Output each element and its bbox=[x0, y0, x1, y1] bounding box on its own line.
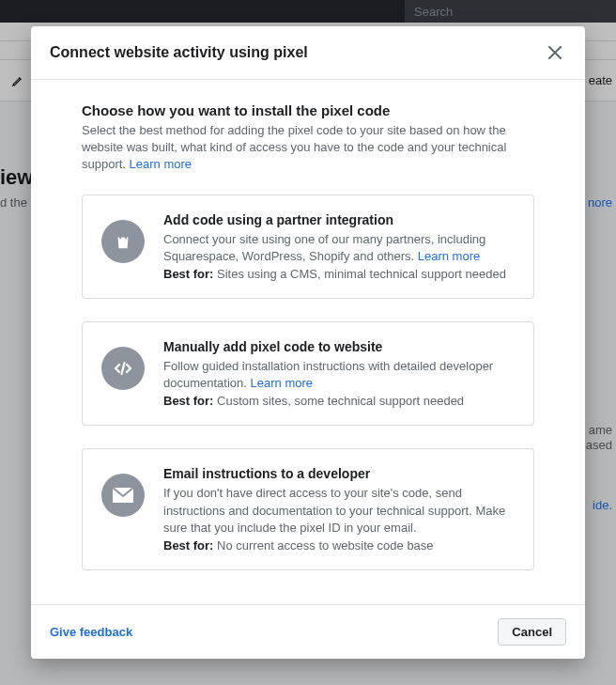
bestfor-label: Best for: bbox=[163, 267, 213, 281]
learn-more-link[interactable]: Learn more bbox=[418, 249, 480, 263]
modal-footer: Give feedback Cancel bbox=[31, 604, 585, 659]
code-icon bbox=[101, 347, 145, 390]
bestfor-text: No current access to website code base bbox=[213, 538, 433, 553]
section-heading: Choose how you want to install the pixel… bbox=[82, 102, 534, 118]
option-title: Add code using a partner integration bbox=[163, 212, 515, 227]
bestfor-label: Best for: bbox=[163, 394, 213, 408]
option-description: If you don't have direct access to your … bbox=[163, 485, 515, 537]
modal-title: Connect website activity using pixel bbox=[50, 44, 544, 61]
modal-dialog: Connect website activity using pixel Cho… bbox=[31, 26, 585, 659]
email-icon bbox=[101, 474, 145, 517]
close-button[interactable] bbox=[544, 41, 566, 64]
shopping-bag-icon bbox=[101, 220, 145, 263]
option-bestfor: Best for: No current access to website c… bbox=[163, 538, 515, 553]
modal-header: Connect website activity using pixel bbox=[31, 26, 585, 80]
bestfor-text: Custom sites, some technical support nee… bbox=[213, 394, 464, 408]
bestfor-text: Sites using a CMS, minimal technical sup… bbox=[213, 267, 505, 281]
option-partner-integration[interactable]: Add code using a partner integration Con… bbox=[82, 195, 534, 299]
option-manual-code[interactable]: Manually add pixel code to website Follo… bbox=[82, 321, 534, 426]
option-desc-text: If you don't have direct access to your … bbox=[163, 486, 505, 534]
option-bestfor: Best for: Sites using a CMS, minimal tec… bbox=[163, 267, 515, 281]
option-body: Manually add pixel code to website Follo… bbox=[163, 339, 515, 408]
bestfor-label: Best for: bbox=[163, 538, 213, 553]
option-title: Manually add pixel code to website bbox=[163, 339, 515, 354]
close-icon bbox=[548, 46, 562, 59]
svg-line-0 bbox=[122, 363, 125, 374]
option-title: Email instructions to a developer bbox=[163, 466, 515, 481]
learn-more-link[interactable]: Learn more bbox=[251, 376, 313, 390]
option-description: Connect your site using one of our many … bbox=[163, 231, 515, 265]
cancel-button[interactable]: Cancel bbox=[498, 618, 566, 646]
option-body: Add code using a partner integration Con… bbox=[163, 212, 515, 281]
give-feedback-link[interactable]: Give feedback bbox=[50, 625, 132, 639]
option-email-developer[interactable]: Email instructions to a developer If you… bbox=[82, 448, 534, 570]
learn-more-link[interactable]: Learn more bbox=[130, 157, 192, 171]
option-desc-text: Follow guided installation instructions … bbox=[163, 359, 493, 390]
modal-body: Choose how you want to install the pixel… bbox=[31, 80, 585, 604]
options-list: Add code using a partner integration Con… bbox=[82, 195, 534, 570]
option-bestfor: Best for: Custom sites, some technical s… bbox=[163, 394, 515, 408]
section-description: Select the best method for adding the pi… bbox=[82, 122, 534, 174]
option-description: Follow guided installation instructions … bbox=[163, 358, 515, 392]
option-body: Email instructions to a developer If you… bbox=[163, 466, 515, 553]
